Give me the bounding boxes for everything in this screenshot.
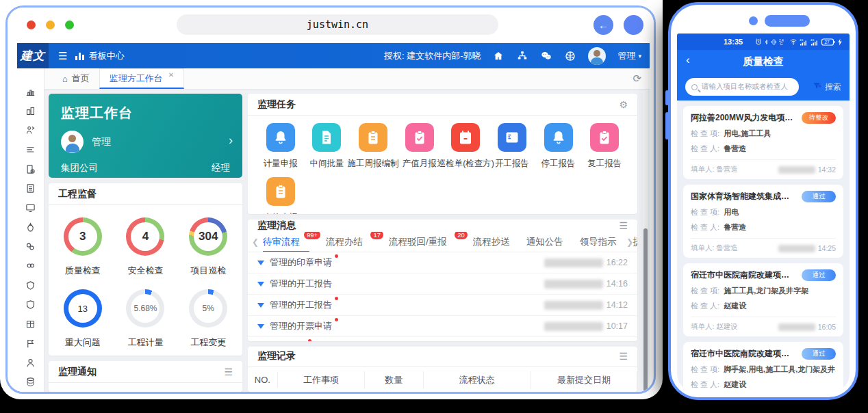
flag-icon[interactable] — [17, 334, 44, 353]
minimize-window-button[interactable] — [46, 21, 55, 29]
filter-icon[interactable] — [812, 81, 821, 93]
task-item-9[interactable]: 事故上报 — [257, 177, 304, 214]
inspection-card[interactable]: 宿迁市中医院南院改建项目智能化施工E…通过检 查 项:施工工具,龙门架及井字架检… — [683, 263, 843, 336]
monitor-stat[interactable]: 13重大问题 — [51, 284, 114, 356]
task-item-8[interactable]: 复工报告 — [581, 123, 628, 170]
inspection-card[interactable]: 宿迁市中医院南院改建项目智能化施工E…通过检 查 项:脚手架,用电,施工工具,龙… — [683, 342, 843, 392]
wechat-icon[interactable] — [540, 51, 552, 62]
message-row[interactable]: 管理的开票申请10:17 — [248, 316, 637, 337]
monitor-stat[interactable]: 5.68%工程计量 — [114, 284, 177, 356]
message-title: 管理的开票申请 — [270, 320, 332, 332]
safety-icon[interactable] — [17, 295, 44, 314]
messages-more-icon[interactable]: ☰ — [619, 220, 628, 231]
filler-label: 填单人: 赵建设 — [691, 322, 738, 332]
inspection-card[interactable]: 国家体育场智能建筑集成系统建设项目通过检 查 项:用电检 查 人:鲁营造填单人:… — [683, 185, 843, 258]
records-column-header: 流程状态 — [424, 371, 531, 389]
materials-icon[interactable] — [17, 315, 44, 334]
scrollbar-thumb[interactable] — [643, 228, 648, 392]
org-chart-icon[interactable] — [516, 51, 528, 62]
contract-icon[interactable] — [17, 237, 44, 256]
funds-icon[interactable] — [17, 217, 44, 237]
service-icon[interactable] — [564, 51, 576, 62]
task-item-6[interactable]: 开工报告 — [489, 123, 535, 170]
redacted-date — [778, 245, 815, 252]
tab-supervisor-workbench[interactable]: 监理方工作台 ✕ — [99, 68, 184, 89]
message-tab-4[interactable]: 流程抄送 — [473, 232, 510, 252]
user-menu[interactable]: 管理 ▾ — [617, 50, 641, 62]
close-window-button[interactable] — [27, 21, 36, 29]
message-row[interactable]: 管理的开工报告14:12 — [248, 295, 637, 316]
task-item-5[interactable]: 巡检单(检查方) — [443, 123, 489, 170]
task-item-3[interactable]: 施工周报编制 — [350, 123, 396, 170]
gear-icon[interactable]: ⚙ — [619, 99, 628, 110]
card-header: 国家体育场智能建筑集成系统建设项目通过 — [691, 191, 836, 202]
back-icon[interactable]: ‹ — [686, 53, 690, 67]
message-tab-5[interactable]: 通知公告 — [526, 232, 563, 252]
message-tab-label: 提醒 — [633, 237, 637, 247]
tab-home[interactable]: ⌂ 首页 — [53, 68, 99, 89]
browser-back-button[interactable]: ← — [593, 15, 613, 35]
org-icon[interactable] — [17, 101, 44, 120]
search-input[interactable]: 请输入项目名称或者检查人 — [685, 78, 799, 96]
assets-icon[interactable] — [17, 256, 44, 276]
workbench-card[interactable]: 监理工作台 管理 › 集团公司 经理 — [49, 94, 242, 178]
message-tab-6[interactable]: 领导指示 — [580, 232, 617, 252]
tabs-scroll-left-icon[interactable]: ❮ — [252, 237, 259, 247]
donut-value: 3 — [64, 217, 102, 256]
search-button[interactable]: 搜索 — [825, 81, 841, 93]
personnel-icon[interactable] — [17, 121, 44, 140]
redacted-date — [544, 258, 603, 267]
user-icon[interactable] — [17, 353, 44, 372]
message-tab-label: 待审流程 — [263, 237, 300, 247]
report-icon[interactable] — [17, 159, 44, 178]
message-tab-7[interactable]: 提醒 — [633, 232, 637, 252]
browser-profile-button[interactable] — [624, 15, 643, 35]
notice-more-icon[interactable]: ☰ — [224, 367, 233, 377]
board-center-link[interactable]: 看板中心 — [75, 50, 124, 62]
maximize-window-button[interactable] — [65, 21, 74, 29]
chevron-down-icon: ▾ — [638, 53, 641, 59]
message-tab-2[interactable]: 流程办结17 — [326, 232, 372, 252]
records-more-icon[interactable]: ☰ — [619, 351, 628, 362]
message-time: 14:12 — [606, 300, 628, 310]
monitor-stat[interactable]: 3质量检查 — [51, 212, 114, 284]
monitor-stat[interactable]: 4安全检查 — [114, 212, 177, 284]
content-scrollbar[interactable] — [643, 90, 648, 392]
task-item-7[interactable]: 停工报告 — [535, 123, 582, 170]
app-header-right: 授权: 建文软件内部-郭晓 管理 ▾ — [384, 47, 650, 65]
list-icon[interactable] — [17, 140, 44, 159]
stats-icon[interactable] — [17, 82, 44, 101]
monitor-stat[interactable]: 5%工程变更 — [177, 284, 240, 356]
message-tab-1[interactable]: 待审流程99+ — [263, 232, 309, 252]
notice-item[interactable]: pc端发送公告测试05 — [49, 383, 242, 392]
address-bar[interactable]: justwin.cn — [177, 14, 498, 35]
message-tab-3[interactable]: 流程驳回/重报20 — [389, 232, 457, 252]
chevron-right-icon[interactable]: › — [229, 133, 233, 148]
task-label: 计量申报 — [264, 158, 298, 170]
quality-icon[interactable] — [17, 276, 44, 295]
task-item-4[interactable]: 产值月报 — [396, 123, 443, 170]
inspection-card[interactable]: 阿拉善200MW风力发电项目风机吊装…待整改检 查 项:用电,施工工具检 查 人… — [683, 106, 843, 179]
menu-toggle-icon[interactable]: ☰ — [58, 50, 67, 62]
app-logo[interactable]: 建文 — [17, 43, 49, 68]
document-icon[interactable] — [17, 179, 44, 198]
message-tab-label: 流程驳回/重报 — [389, 237, 447, 247]
tab-close-icon[interactable]: ✕ — [168, 71, 174, 79]
user-avatar[interactable] — [588, 47, 606, 65]
ledger-icon[interactable] — [17, 373, 44, 392]
message-tab-label: 通知公告 — [526, 237, 563, 247]
message-row[interactable]: 管理的印章申请16:22 — [248, 252, 637, 274]
task-item-1[interactable]: 计量申报 — [257, 123, 304, 170]
donut-label: 安全检查 — [127, 265, 163, 277]
monitor-icon[interactable] — [17, 198, 44, 217]
tabs-scroll-right-icon[interactable]: ❯ — [626, 237, 633, 247]
home-icon[interactable] — [492, 51, 505, 62]
card-header: 宿迁市中医院南院改建项目智能化施工E…通过 — [691, 269, 836, 281]
message-row[interactable]: 管理的开工报告14:16 — [248, 274, 637, 295]
task-item-2[interactable]: 中间批量 — [304, 123, 350, 170]
board-center-label: 看板中心 — [88, 50, 124, 62]
monitor-stat[interactable]: 304项目巡检 — [177, 212, 240, 284]
footer-meta: 14:25 — [778, 244, 836, 252]
refresh-icon[interactable]: ⟳ — [633, 72, 641, 85]
message-row[interactable]: 管理的… — [248, 337, 637, 341]
